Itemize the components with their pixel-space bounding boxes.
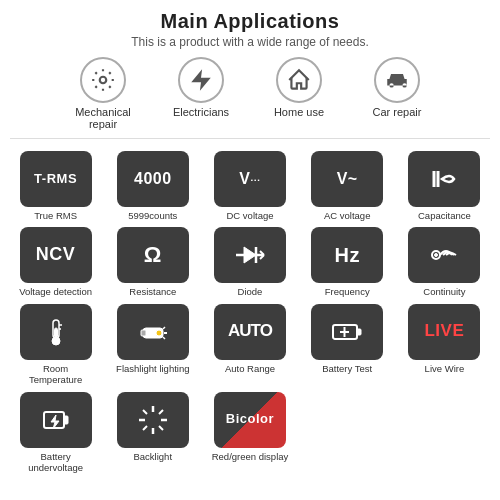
icon-item-mechanical-repair: Mechanical repair (63, 57, 143, 130)
svg-line-36 (143, 426, 147, 430)
backlight-box (117, 392, 189, 448)
feature-battery-undervoltage: Battery undervoltage (10, 392, 101, 474)
svg-point-13 (52, 337, 60, 345)
backlight-label: Backlight (134, 451, 173, 462)
live-wire-box: LIVE (408, 304, 480, 360)
feature-frequency: Hz Frequency (302, 227, 393, 297)
home-use-label: Home use (274, 106, 324, 118)
resistance-label: Resistance (129, 286, 176, 297)
true-rms-box: T-RMS (20, 151, 92, 207)
feature-room-temp: Room Temperature (10, 304, 101, 386)
continuity-box (408, 227, 480, 283)
electricians-icon (178, 57, 224, 103)
feature-battery-test: Battery Test (302, 304, 393, 386)
auto-range-label: Auto Range (225, 363, 275, 374)
ncv-label: Voltage detection (19, 286, 92, 297)
ac-voltage-label: AC voltage (324, 210, 370, 221)
ac-voltage-box: V~ (311, 151, 383, 207)
resistance-box: Ω (117, 227, 189, 283)
counts-label: 5999counts (128, 210, 177, 221)
feature-diode: Diode (204, 227, 295, 297)
feature-continuity: Continuity (399, 227, 490, 297)
svg-rect-27 (64, 416, 68, 424)
auto-range-symbol: AUTO (228, 322, 272, 341)
capacitance-symbol (428, 163, 460, 195)
auto-range-box: AUTO (214, 304, 286, 360)
icon-item-home-use: Home use (259, 57, 339, 130)
room-temp-symbol (40, 316, 72, 348)
svg-line-33 (143, 410, 147, 414)
svg-marker-28 (51, 415, 59, 429)
svg-line-20 (163, 327, 165, 329)
live-wire-symbol: LIVE (424, 322, 464, 341)
feature-capacitance: Capacitance (399, 151, 490, 221)
redgreen-display-label: Red/green display (212, 451, 289, 462)
battery-undervoltage-symbol (40, 404, 72, 436)
continuity-symbol (428, 239, 460, 271)
top-icons-row: Mechanical repair Electricians Home use (10, 57, 490, 139)
svg-rect-23 (357, 329, 361, 335)
electricians-label: Electricians (173, 106, 229, 118)
feature-resistance: Ω Resistance (107, 227, 198, 297)
ncv-box: NCV (20, 227, 92, 283)
svg-line-35 (159, 410, 163, 414)
flashlight-label: Flashlight lighting (116, 363, 189, 374)
diode-box (214, 227, 286, 283)
feature-flashlight: Flashlight lighting (107, 304, 198, 386)
svg-marker-1 (191, 69, 211, 91)
feature-true-rms: T-RMS True RMS (10, 151, 101, 221)
true-rms-label: True RMS (34, 210, 77, 221)
feature-backlight: Backlight (107, 392, 198, 474)
svg-line-21 (163, 337, 165, 339)
frequency-label: Frequency (325, 286, 370, 297)
feature-redgreen-display: Bicolor Red/green display (204, 392, 295, 474)
true-rms-symbol: T-RMS (34, 172, 77, 186)
icon-item-car-repair: Car repair (357, 57, 437, 130)
flashlight-box (117, 304, 189, 360)
dc-voltage-symbol: V⋯ (239, 170, 261, 188)
counts-symbol: 4000 (134, 170, 172, 188)
header-title: Main Applications (161, 10, 340, 33)
feature-dc-voltage: V⋯ DC voltage (204, 151, 295, 221)
frequency-symbol: Hz (334, 244, 359, 266)
svg-point-10 (435, 254, 438, 257)
redgreen-display-box: Bicolor (214, 392, 286, 448)
resistance-symbol: Ω (144, 243, 162, 267)
header-subtitle: This is a product with a wide range of n… (131, 35, 368, 49)
mechanical-repair-label: Mechanical repair (63, 106, 143, 130)
feature-counts: 4000 5999counts (107, 151, 198, 221)
mechanical-repair-icon (80, 57, 126, 103)
feature-auto-range: AUTO Auto Range (204, 304, 295, 386)
feature-live-wire: LIVE Live Wire (399, 304, 490, 386)
diode-label: Diode (238, 286, 263, 297)
feature-ac-voltage: V~ AC voltage (302, 151, 393, 221)
battery-test-box (311, 304, 383, 360)
icon-item-electricians: Electricians (161, 57, 241, 130)
diode-symbol (234, 239, 266, 271)
ac-voltage-symbol: V~ (337, 170, 358, 188)
room-temp-box (20, 304, 92, 360)
home-use-icon (276, 57, 322, 103)
svg-line-34 (159, 426, 163, 430)
backlight-symbol (137, 404, 169, 436)
svg-rect-17 (141, 330, 146, 336)
car-repair-label: Car repair (373, 106, 422, 118)
battery-test-symbol (331, 316, 363, 348)
battery-undervoltage-label: Battery undervoltage (17, 451, 95, 474)
capacitance-label: Capacitance (418, 210, 471, 221)
features-grid: T-RMS True RMS 4000 5999counts V⋯ DC vol… (10, 151, 490, 473)
counts-box: 4000 (117, 151, 189, 207)
svg-point-18 (156, 330, 162, 336)
capacitance-box (408, 151, 480, 207)
feature-ncv: NCV Voltage detection (10, 227, 101, 297)
frequency-box: Hz (311, 227, 383, 283)
continuity-label: Continuity (423, 286, 465, 297)
ncv-symbol: NCV (36, 245, 76, 265)
redgreen-display-symbol: Bicolor (226, 412, 274, 426)
dc-voltage-box: V⋯ (214, 151, 286, 207)
svg-marker-5 (244, 247, 256, 263)
car-repair-icon (374, 57, 420, 103)
main-page: Main Applications This is a product with… (0, 0, 500, 500)
dc-voltage-label: DC voltage (226, 210, 273, 221)
battery-undervoltage-box (20, 392, 92, 448)
